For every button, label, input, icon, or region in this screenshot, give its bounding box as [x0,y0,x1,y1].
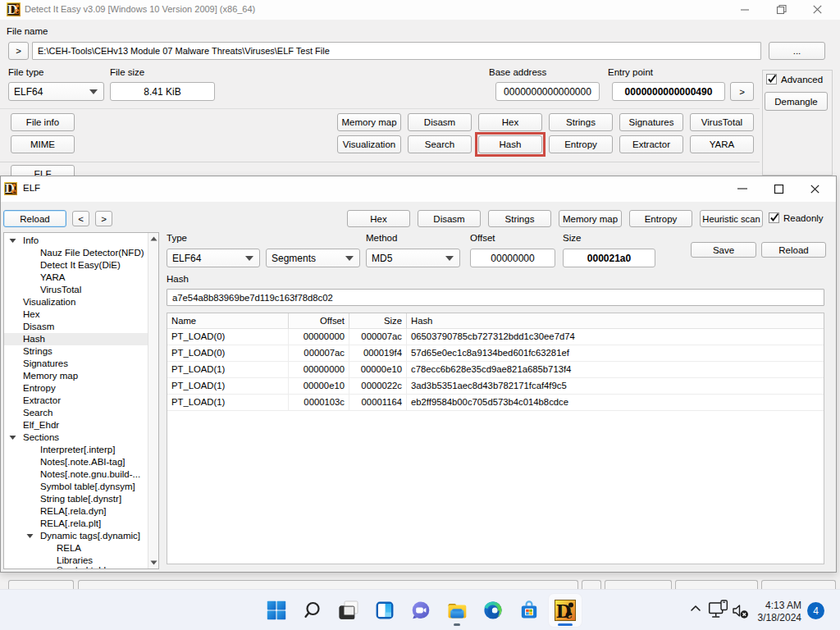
table-row[interactable]: PT_LOAD(1) 0000103c 00001164 eb2ff9584b0… [167,395,824,411]
tree-item[interactable]: RELA[.rela.plt] [4,518,148,530]
tree-item[interactable]: Detect It Easy(DiE) [4,259,148,272]
taskbar-search-icon[interactable] [296,594,329,627]
notification-badge[interactable]: 4 [807,602,824,619]
mime-button[interactable]: MIME [11,135,75,153]
tree-item[interactable]: Signatures [4,358,148,370]
method-combo[interactable]: MD5 [366,249,460,267]
tree-item[interactable]: Hex [4,308,148,321]
tray-volume-muted-icon[interactable] [732,603,749,622]
elf-prev-button[interactable]: < [72,211,89,226]
elf-close-button[interactable] [802,179,827,199]
open-file-arrow-button[interactable]: > [8,42,29,60]
size-input[interactable]: 000021a0 [563,249,655,267]
table-row[interactable]: PT_LOAD(1) 00000000 00000e10 c78ecc6b628… [167,362,824,378]
tree-item[interactable]: String table[.dynstr] [4,493,148,505]
elf-next-button[interactable]: > [95,211,112,226]
tree-item[interactable]: Dynamic tags[.dynamic] [4,530,148,542]
table-row[interactable]: PT_LOAD(0) 00000000 000007ac 06503790785… [167,329,824,345]
tree-item[interactable]: Search [4,407,148,419]
tree-item[interactable]: RELA[.rela.dyn] [4,505,148,518]
elf-hex-button[interactable]: Hex [347,210,410,227]
hash-value-input[interactable]: a7e54a8b83969be7d119c163f78d8c02 [167,289,824,306]
entry-point-input[interactable]: 0000000000000490 [612,82,725,101]
taskbar-widgets-icon[interactable] [368,594,401,627]
tree-item[interactable]: RELA [4,542,148,555]
taskbar-start-icon[interactable] [260,594,293,627]
tree-item[interactable]: Disasm [4,321,148,333]
elf-heuristic-scan-button[interactable]: Heuristic scan [700,210,763,227]
file-type-combo[interactable]: ELF64 [8,82,104,101]
taskbar-chat-icon[interactable] [404,594,437,627]
tree-item[interactable]: Hash [4,333,148,345]
taskbar-edge-icon[interactable] [477,594,509,627]
yara-button[interactable]: YARA [690,135,754,153]
tree-item[interactable]: Notes[.note.gnu.build-... [4,468,148,481]
taskbar-task-view-icon[interactable] [332,594,365,627]
tree-item[interactable]: YARA [4,272,148,284]
tree-item[interactable]: Notes[.note.ABI-tag] [4,456,148,468]
tree-item[interactable]: Symbol table [4,564,148,569]
tree-scrollbar[interactable] [148,233,158,568]
virustotal-button[interactable]: VirusTotal [690,113,754,131]
elf-minimize-button[interactable] [730,179,755,199]
tree-item[interactable]: Extractor [4,395,148,407]
main-minimize-button[interactable] [731,0,759,19]
extractor-button[interactable]: Extractor [619,135,683,153]
tree-item[interactable]: Strings [4,345,148,358]
tree-item[interactable]: Nauz File Detector(NFD) [4,247,148,259]
file-path-input[interactable]: E:\CEH-Tools\CEHv13 Module 07 Malware Th… [32,42,761,60]
taskbar-detect-it-easy-icon[interactable]: D e [549,594,582,627]
disasm-button[interactable]: Disasm [408,113,472,131]
column-header-name[interactable]: Name [167,313,289,328]
readonly-checkbox[interactable]: Readonly [769,212,824,223]
strings-button[interactable]: Strings [549,113,613,131]
tree-item[interactable]: Visualization [4,296,148,308]
demangle-button[interactable]: Demangle [765,92,828,111]
tree-expand-icon[interactable] [9,238,16,244]
tree-item[interactable]: Symbol table[.dynsym] [4,481,148,493]
search-button[interactable]: Search [408,135,472,153]
readonly-checkbox-box[interactable] [769,212,779,223]
tree-item[interactable]: Info [4,235,148,247]
hex-button[interactable]: Hex [478,113,542,131]
tree-item[interactable]: Entropy [4,382,148,395]
tree-item[interactable]: Interpreter[.interp] [4,444,148,456]
column-header-offset[interactable]: Offset [289,313,349,328]
type-combo[interactable]: ELF64 [167,249,260,267]
entry-point-arrow-button[interactable]: > [730,82,754,101]
offset-input[interactable]: 00000000 [470,249,555,267]
scroll-down-icon[interactable] [148,557,158,568]
tree-expand-icon[interactable] [9,435,16,441]
tree-item[interactable]: Memory map [4,370,148,382]
tray-chevron-up-icon[interactable] [689,603,702,617]
table-row[interactable]: PT_LOAD(1) 00000e10 0000022c 3ad3b5351ae… [167,378,824,395]
tray-network-icon[interactable] [708,599,729,623]
entropy-button[interactable]: Entropy [549,135,613,153]
scroll-up-icon[interactable] [148,233,158,244]
tray-clock[interactable]: 4:13 AM3/18/2024 [758,600,801,624]
advanced-checkbox-box[interactable] [766,74,777,84]
signatures-button[interactable]: Signatures [619,113,683,131]
tree-item[interactable]: Elf_Ehdr [4,419,148,431]
elf-maximize-button[interactable] [766,179,791,199]
elf-strings-button[interactable]: Strings [488,210,551,227]
taskbar-file-explorer-icon[interactable] [441,594,473,627]
main-restore-button[interactable] [767,0,795,19]
elf-disasm-button[interactable]: Disasm [418,210,481,227]
tree-expand-icon[interactable] [26,533,34,539]
advanced-checkbox[interactable]: Advanced [766,74,823,84]
save-button[interactable]: Save [691,242,756,258]
elf-memory-map-button[interactable]: Memory map [559,210,622,227]
tree-item[interactable]: Sections [4,431,148,444]
file-info-button[interactable]: File info [11,113,75,131]
elf-reload-button[interactable]: Reload [3,210,66,227]
column-header-hash[interactable]: Hash [407,313,824,328]
taskbar-store-icon[interactable] [513,594,546,627]
elf-reload2-button[interactable]: Reload [761,242,826,258]
main-close-button[interactable] [803,0,831,19]
visualization-button[interactable]: Visualization [337,135,401,153]
elf-entropy-button[interactable]: Entropy [629,210,692,227]
tree-item[interactable]: VirusTotal [4,284,148,296]
column-header-size[interactable]: Size [349,313,407,328]
table-row[interactable]: PT_LOAD(0) 000007ac 000019f4 57d65e0ec1c… [167,345,824,362]
